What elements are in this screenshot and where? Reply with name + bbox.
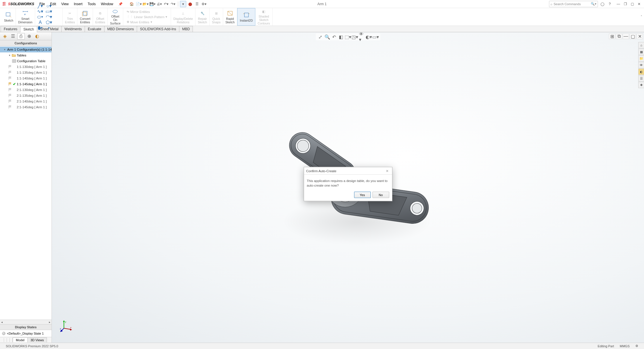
config-item[interactable]: —2:1-135deg [ Arm 1 ] xyxy=(0,93,52,98)
menu-view[interactable]: View xyxy=(59,1,71,7)
hide-show-icon[interactable]: 👁▾ xyxy=(359,34,365,40)
point-icon[interactable]: • xyxy=(45,25,53,30)
ribbon-rapid[interactable]: Rapid Sketch xyxy=(223,8,237,26)
spline-icon[interactable]: ∿▾ xyxy=(36,9,44,14)
doc-tab-model[interactable]: Model xyxy=(13,337,28,342)
config-item[interactable]: —1:1-135deg [ Arm 1 ] xyxy=(0,70,52,75)
tab-weldments[interactable]: Weldments xyxy=(61,26,85,32)
ribbon-pattern[interactable]: ⋮⋮Linear Sketch Pattern▾ xyxy=(126,15,169,19)
status-options-icon[interactable]: ⚙ xyxy=(632,344,641,348)
taskpane-home-icon[interactable]: ⌂ xyxy=(638,42,644,48)
tab-feature-tree-icon[interactable]: ◈ xyxy=(1,33,9,39)
ribbon-offset-surface[interactable]: Offset On Surface xyxy=(108,8,123,26)
text-tool-icon[interactable]: A xyxy=(36,20,44,25)
taskpane-appearance-icon[interactable]: ◐ xyxy=(638,69,644,75)
menu-tools[interactable]: Tools xyxy=(86,1,98,7)
chevron-down-icon[interactable]: ▾ xyxy=(4,48,5,51)
view-triad[interactable]: y x z xyxy=(60,320,73,332)
viewport-close-button[interactable]: ✕ xyxy=(637,33,643,39)
zoom-area-icon[interactable]: 🔍 xyxy=(324,34,330,40)
tables-node[interactable]: ▾ Tables xyxy=(0,52,52,58)
undo-icon[interactable]: ↶▾ xyxy=(163,1,169,7)
ribbon-collapse-icon[interactable]: ˄ xyxy=(641,8,644,26)
tab-features[interactable]: Features xyxy=(1,26,20,32)
chevron-down-icon[interactable]: ▾ xyxy=(8,54,11,57)
settings-gear-icon[interactable]: ⚙▾ xyxy=(201,1,207,7)
graphics-viewport[interactable]: ⤢ 🔍 ↶ ◧ ⬚▾ ◳▾ 👁▾ ◐▾ ▭▾ ⊞ ⧉ — ▢ ✕ ⌂ ▦ 📁 👁… xyxy=(52,32,644,343)
close-button[interactable]: ✕ xyxy=(636,1,642,7)
appearance-icon[interactable]: ◐▾ xyxy=(366,34,372,40)
ribbon-instant2d[interactable]: Instant2D xyxy=(237,8,255,26)
display-style-icon[interactable]: ◳▾ xyxy=(352,34,358,40)
ribbon-relations[interactable]: ⊥ Display/Delete Relations xyxy=(171,8,195,26)
tab-evaluate[interactable]: Evaluate xyxy=(85,26,105,32)
slot-icon[interactable]: ⬭▾ xyxy=(36,14,44,19)
tab-property-icon[interactable]: ☰ xyxy=(9,33,17,39)
options-list-icon[interactable]: ☰ xyxy=(194,1,200,7)
scene-icon[interactable]: ▭▾ xyxy=(373,34,379,40)
line-icon[interactable]: ╱▾ xyxy=(36,3,44,8)
tab-dim-icon[interactable]: ⊕ xyxy=(25,33,33,39)
taskpane-resources-icon[interactable]: ▦ xyxy=(638,49,644,55)
zoom-fit-icon[interactable]: ⤢ xyxy=(318,34,323,40)
tab-addins[interactable]: SOLIDWORKS Add-Ins xyxy=(137,26,179,32)
no-button[interactable]: No xyxy=(373,192,389,198)
select-icon[interactable]: ▾ xyxy=(180,1,186,7)
ribbon-repair[interactable]: 🔧 Repair Sketch xyxy=(195,8,210,26)
menu-pin[interactable]: 📌 xyxy=(116,1,125,7)
taskpane-view-icon[interactable]: 👁 xyxy=(638,62,644,68)
tab-config-icon[interactable]: ⎙ xyxy=(17,33,25,39)
ribbon-offset[interactable]: ⧉ Offset Entities xyxy=(93,8,108,26)
tab-sketch[interactable]: Sketch xyxy=(20,26,37,32)
search-magnify-icon[interactable]: 🔍▾ xyxy=(591,2,596,6)
menu-window[interactable]: Window xyxy=(99,1,116,7)
config-item[interactable]: ✔1:1-145deg [ Arm 1 ] xyxy=(0,81,52,87)
tab-appearance-icon[interactable]: ◐ xyxy=(33,33,41,39)
config-item[interactable]: —2:1-130deg [ Arm 1 ] xyxy=(0,87,52,93)
open-icon[interactable]: 📂▾ xyxy=(142,1,149,7)
viewport-minimize-button[interactable]: — xyxy=(623,33,629,39)
taskpane-props-icon[interactable]: ☰ xyxy=(638,75,644,81)
restore-button[interactable]: ❐ xyxy=(622,1,628,7)
search-input[interactable]: ⌕ Search Commands 🔍▾ xyxy=(549,1,598,7)
viewport-link-icon[interactable]: ⧉ xyxy=(616,33,622,39)
viewport-split-icon[interactable]: ⊞ xyxy=(609,33,615,39)
minimize-button[interactable]: — xyxy=(615,1,622,7)
ribbon-mirror[interactable]: ⇋Mirror Entities xyxy=(126,10,169,14)
view-orient-icon[interactable]: ⬚▾ xyxy=(345,34,351,40)
ribbon-trim[interactable]: ✂ Trim Entities xyxy=(63,8,77,26)
viewport-maximize-button[interactable]: ▢ xyxy=(630,33,636,39)
ribbon-smart-dim[interactable]: ⌀ Smart Dimension xyxy=(16,8,35,26)
polygon-icon[interactable]: ⬠▾ xyxy=(45,20,53,25)
ribbon-shaded[interactable]: ◧ Shaded Sketch Contours xyxy=(255,8,273,26)
ribbon-sketch[interactable]: Sketch xyxy=(2,8,16,26)
rect-icon[interactable]: ▭▾ xyxy=(45,9,53,14)
config-table-node[interactable]: Configuration Table xyxy=(0,58,52,64)
print-icon[interactable]: 🖨▾ xyxy=(156,1,162,7)
circle-icon[interactable]: ○▾ xyxy=(45,3,53,8)
section-view-icon[interactable]: ◧ xyxy=(338,34,344,40)
tab-mbd-dim[interactable]: MBD Dimensions xyxy=(104,26,137,32)
dialog-titlebar[interactable]: Confirm Auto-Create ✕ xyxy=(304,167,392,175)
help-icon[interactable]: ? xyxy=(607,1,613,7)
arc-icon[interactable]: ◠▾ xyxy=(45,14,53,19)
yes-button[interactable]: Yes xyxy=(354,192,371,198)
status-units[interactable]: MMGS xyxy=(617,344,632,348)
maximize-button[interactable]: ▢ xyxy=(629,1,635,7)
redo-icon[interactable]: ↷▾ xyxy=(170,1,176,7)
menu-insert[interactable]: Insert xyxy=(72,1,85,7)
save-icon[interactable]: 💾▾ xyxy=(149,1,155,7)
rebuild-icon[interactable]: ⬤ xyxy=(187,1,193,7)
home-icon[interactable]: 🏠 xyxy=(128,1,135,7)
panel-scrollbar[interactable]: ◂▸ xyxy=(0,320,52,324)
config-root[interactable]: ▾ Arm 1 Configuration(s) (1:1-145d xyxy=(0,47,52,52)
ribbon-snaps[interactable]: ⊞ Quick Snaps xyxy=(210,8,223,26)
user-icon[interactable]: ◯ xyxy=(599,1,605,7)
config-item[interactable]: —1:1-130deg [ Arm 1 ] xyxy=(0,64,52,70)
dialog-close-icon[interactable]: ✕ xyxy=(385,169,390,173)
ribbon-convert[interactable]: Convert Entities xyxy=(77,8,93,26)
prev-view-icon[interactable]: ↶ xyxy=(331,34,337,40)
config-item[interactable]: —2:1-140deg [ Arm 1 ] xyxy=(0,98,52,104)
config-item[interactable]: —2:1-145deg [ Arm 1 ] xyxy=(0,104,52,110)
ellipse-icon[interactable]: ⬮▾ xyxy=(36,25,44,30)
